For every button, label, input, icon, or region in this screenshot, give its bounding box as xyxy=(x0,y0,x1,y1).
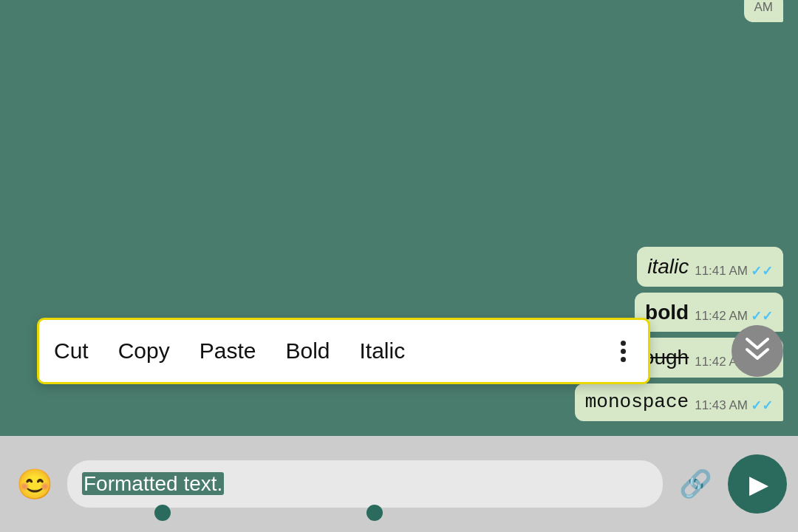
message-text-monospace: monospace xyxy=(585,391,689,414)
input-bar: 😊 Formatted text. 🔗 ▶ xyxy=(0,436,798,532)
read-receipt-bold: ✓✓ xyxy=(751,308,773,324)
context-menu-toolbar: Cut Copy Paste Bold Italic xyxy=(37,318,650,384)
scroll-down-icon xyxy=(744,338,771,365)
message-text-bold: bold xyxy=(645,300,689,325)
bubble-meta-bold: 11:42 AM ✓✓ xyxy=(695,308,773,324)
chat-background: italic 11:41 AM ✓✓ bold 11:42 AM ✓✓ stri… xyxy=(0,0,798,532)
input-field-container[interactable]: Formatted text. xyxy=(67,460,663,508)
copy-button[interactable]: Copy xyxy=(118,338,170,364)
attachment-button[interactable]: 🔗 xyxy=(672,460,719,508)
bubble-time-italic: 11:41 AM xyxy=(695,264,748,279)
bubble-time-partial: AM xyxy=(754,0,774,15)
message-bubble-partial: AM xyxy=(744,0,784,22)
bubble-meta-monospace: 11:43 AM ✓✓ xyxy=(695,398,773,414)
emoji-icon: 😊 xyxy=(16,467,53,502)
selected-text: Formatted text. xyxy=(82,472,224,495)
context-menu-items: Cut Copy Paste Bold Italic xyxy=(54,338,405,364)
bubble-meta-partial: AM xyxy=(754,0,774,15)
more-options-button[interactable] xyxy=(613,333,633,369)
dot-1 xyxy=(621,341,626,346)
dot-3 xyxy=(621,357,626,362)
selection-handle-right[interactable] xyxy=(366,505,383,521)
italic-button[interactable]: Italic xyxy=(360,338,406,364)
read-receipt-monospace: ✓✓ xyxy=(751,398,773,414)
bubble-meta-italic: 11:41 AM ✓✓ xyxy=(695,263,773,279)
input-text[interactable]: Formatted text. xyxy=(82,472,224,496)
bubble-time-bold: 11:42 AM xyxy=(695,309,748,324)
dot-2 xyxy=(621,349,626,354)
cut-button[interactable]: Cut xyxy=(54,338,89,364)
paste-button[interactable]: Paste xyxy=(200,338,256,364)
bold-button[interactable]: Bold xyxy=(285,338,330,364)
send-button[interactable]: ▶ xyxy=(728,454,787,514)
scroll-to-bottom-button[interactable] xyxy=(732,325,783,377)
message-bubble-italic: italic 11:41 AM ✓✓ xyxy=(637,247,783,287)
bubble-time-monospace: 11:43 AM xyxy=(695,398,748,413)
read-receipt-italic: ✓✓ xyxy=(751,263,773,279)
attachment-icon: 🔗 xyxy=(679,468,712,499)
selection-handle-left[interactable] xyxy=(154,505,171,521)
message-bubble-monospace: monospace 11:43 AM ✓✓ xyxy=(575,383,783,421)
send-icon: ▶ xyxy=(749,469,768,499)
message-text-italic: italic xyxy=(647,254,689,279)
emoji-button[interactable]: 😊 xyxy=(11,460,58,508)
